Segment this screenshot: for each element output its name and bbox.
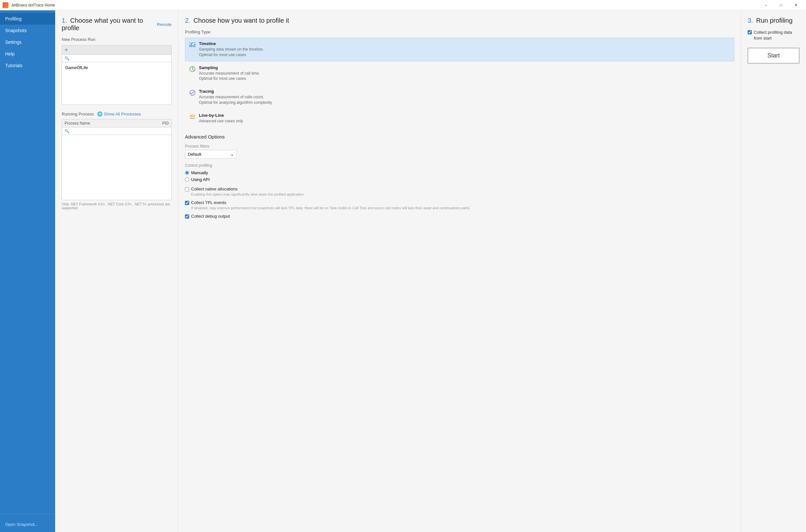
sidebar-bottom: Open Snapshot... bbox=[0, 517, 55, 532]
list-item[interactable]: GameOfLife ⧉ ✎ 🗑 bbox=[62, 62, 171, 73]
radio-manually[interactable]: Manually bbox=[185, 170, 734, 175]
collect-native-checkbox[interactable] bbox=[185, 187, 189, 191]
line-by-line-name: Line-by-Line bbox=[199, 113, 243, 118]
sidebar-item-snapshots[interactable]: Snapshots bbox=[0, 25, 55, 36]
sidebar-item-settings[interactable]: Settings bbox=[0, 36, 55, 48]
option-timeline[interactable]: Timeline Sampling data shown on the time… bbox=[185, 38, 734, 61]
running-process-header: Running Process 🌐 Show All Processes bbox=[62, 111, 172, 116]
delete-process-button[interactable]: 🗑 bbox=[163, 64, 168, 70]
titlebar: JetBrains dotTrace Home − □ ✕ bbox=[0, 0, 806, 11]
sidebar-item-profiling[interactable]: Profiling bbox=[0, 13, 55, 25]
svg-rect-0 bbox=[189, 44, 190, 47]
advanced-options-label: Advanced Options bbox=[185, 134, 734, 139]
profiling-type-label: Profiling Type bbox=[185, 30, 734, 34]
section3-num: 3. bbox=[748, 17, 753, 24]
section2-header: 2. Choose how you want to profile it bbox=[185, 17, 734, 24]
col-name-header: Process Name bbox=[64, 121, 149, 126]
timeline-icon bbox=[189, 42, 196, 48]
running-process-box: Process Name PID 🔍 bbox=[62, 119, 172, 200]
timeline-name: Timeline bbox=[199, 41, 263, 46]
process-filters-dropdown[interactable]: Default ⌄ bbox=[185, 150, 237, 159]
section2-num: 2. bbox=[185, 17, 190, 24]
checkbox-collect-tpl: Collect TPL events If disabled, may impr… bbox=[185, 200, 734, 211]
process-list: GameOfLife ⧉ ✎ 🗑 bbox=[62, 62, 171, 104]
sidebar-item-tutorials[interactable]: Tutorials bbox=[0, 60, 55, 71]
window-controls: − □ ✕ bbox=[758, 0, 803, 11]
running-search-icon: 🔍 bbox=[64, 129, 70, 133]
copy-process-button[interactable]: ⧉ bbox=[152, 64, 156, 70]
show-all-processes-link[interactable]: 🌐 Show All Processes bbox=[97, 111, 141, 116]
running-footer: Only .NET Framework 4.0+, .NET Core 3.0+… bbox=[62, 202, 172, 210]
svg-line-7 bbox=[192, 69, 194, 71]
app-layout: Profiling Snapshots Settings Help Tutori… bbox=[0, 11, 806, 532]
running-process-title: Running Process bbox=[62, 112, 94, 116]
sidebar-nav: Profiling Snapshots Settings Help Tutori… bbox=[0, 11, 55, 511]
sidebar-divider bbox=[0, 514, 55, 514]
show-all-icon: 🌐 bbox=[97, 111, 102, 116]
line-by-line-desc: Advanced use cases only bbox=[199, 118, 243, 124]
line-by-line-icon bbox=[189, 114, 196, 120]
add-process-button[interactable]: + bbox=[64, 47, 68, 53]
checkbox-collect-native: Collect native allocations Enabling this… bbox=[185, 187, 734, 197]
radio-using-api[interactable]: Using API bbox=[185, 177, 734, 182]
section1-num: 1. bbox=[62, 17, 67, 24]
process-run-toolbar: + bbox=[62, 45, 171, 55]
dropdown-chevron-icon: ⌄ bbox=[230, 152, 234, 157]
section2-title: Choose how you want to profile it bbox=[193, 17, 289, 24]
option-line-by-line[interactable]: Line-by-Line Advanced use cases only bbox=[185, 109, 734, 128]
process-table-header: Process Name PID bbox=[62, 119, 171, 128]
sampling-icon bbox=[189, 66, 196, 72]
section3-header: 3. Run profiling bbox=[748, 17, 800, 24]
close-button[interactable]: ✕ bbox=[788, 0, 803, 11]
maximize-button[interactable]: □ bbox=[773, 0, 788, 11]
option-sampling[interactable]: Sampling Accurate measurement of call ti… bbox=[185, 62, 734, 85]
edit-process-button[interactable]: ✎ bbox=[157, 64, 162, 70]
section1-title: Choose what you want to profile bbox=[62, 17, 143, 32]
section1-header: 1. Choose what you want to profile Remot… bbox=[62, 17, 172, 32]
svg-rect-1 bbox=[191, 43, 192, 47]
option-tracing[interactable]: Tracing Accurate measurement of calls co… bbox=[185, 85, 734, 109]
collect-from-start-label: Collect profiling data from start bbox=[754, 30, 800, 41]
collect-debug-checkbox[interactable] bbox=[185, 214, 189, 218]
section-run-profiling: 3. Run profiling Collect profiling data … bbox=[741, 11, 806, 532]
new-process-run-box: + 🔍 GameOfLife ⧉ ✎ 🗑 bbox=[62, 45, 172, 105]
search-icon: 🔍 bbox=[64, 56, 70, 61]
start-button[interactable]: Start bbox=[748, 48, 800, 63]
remote-link[interactable]: Remote bbox=[157, 22, 172, 27]
running-search-input[interactable] bbox=[71, 129, 169, 133]
minimize-button[interactable]: − bbox=[758, 0, 773, 11]
sampling-name: Sampling bbox=[199, 65, 260, 70]
collect-tpl-checkbox[interactable] bbox=[185, 201, 189, 205]
timeline-desc: Sampling data shown on the timeline.Opti… bbox=[199, 47, 263, 58]
main-content: 1. Choose what you want to profile Remot… bbox=[55, 11, 806, 532]
process-search-bar: 🔍 bbox=[62, 55, 171, 62]
control-profiling-group: Manually Using API bbox=[185, 170, 734, 182]
svg-rect-2 bbox=[193, 45, 194, 47]
app-title: JetBrains dotTrace Home bbox=[11, 3, 756, 7]
tracing-desc: Accurate measurement of calls count.Opti… bbox=[199, 94, 272, 106]
profiling-options: Timeline Sampling data shown on the time… bbox=[185, 38, 734, 128]
section-choose-what: 1. Choose what you want to profile Remot… bbox=[55, 11, 179, 532]
sidebar: Profiling Snapshots Settings Help Tutori… bbox=[0, 11, 55, 532]
section-choose-how: 2. Choose how you want to profile it Pro… bbox=[179, 11, 741, 532]
control-profiling-label: Control profiling bbox=[185, 163, 734, 168]
svg-rect-3 bbox=[194, 44, 195, 47]
advanced-checkboxes: Collect native allocations Enabling this… bbox=[185, 187, 734, 219]
process-filters-label: Process filters bbox=[185, 144, 734, 149]
running-search-bar: 🔍 bbox=[62, 128, 171, 135]
app-logo bbox=[3, 2, 8, 8]
tracing-icon bbox=[189, 90, 196, 96]
checkbox-collect-debug: Collect debug output bbox=[185, 214, 734, 218]
tracing-name: Tracing bbox=[199, 89, 272, 94]
sidebar-item-help[interactable]: Help bbox=[0, 48, 55, 60]
running-list bbox=[62, 135, 171, 200]
sampling-desc: Accurate measurement of call time.Optima… bbox=[199, 71, 260, 82]
open-snapshot-link[interactable]: Open Snapshot... bbox=[5, 520, 50, 529]
process-search-input[interactable] bbox=[71, 56, 169, 61]
col-pid-header: PID bbox=[149, 121, 169, 126]
new-process-label: New Process Run bbox=[62, 37, 172, 42]
collect-from-start-row: Collect profiling data from start bbox=[748, 30, 800, 41]
collect-from-start-checkbox[interactable] bbox=[748, 30, 752, 34]
section3-title: Run profiling bbox=[756, 17, 792, 24]
